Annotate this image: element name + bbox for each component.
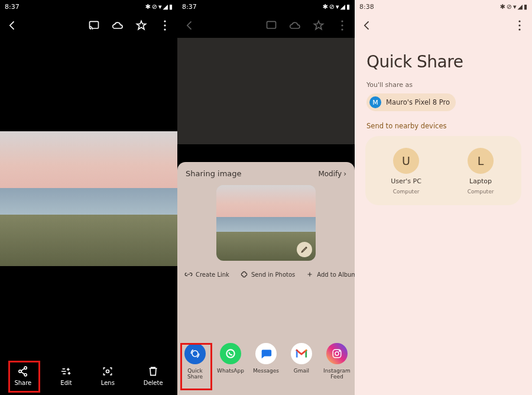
share-preview[interactable] (216, 185, 316, 261)
status-time: 8:37 (5, 3, 20, 11)
cloud-upload-icon[interactable] (111, 19, 124, 32)
wifi-icon: ▾ (336, 3, 339, 11)
photo-viewer[interactable] (0, 131, 177, 266)
cast-icon (265, 19, 278, 32)
battery-icon: ▮ (346, 3, 350, 11)
status-right-icons: ✱ ⊘ ▾ ◢ ▮ (500, 3, 528, 11)
whatsapp-app[interactable]: WhatsApp (216, 343, 245, 374)
modify-button[interactable]: Modify › (318, 170, 346, 178)
svg-rect-8 (267, 21, 276, 28)
svg-point-9 (341, 20, 343, 22)
status-right-icons: ✱ ⊘ ▾ ◢ ▮ (145, 3, 173, 11)
svg-point-19 (518, 24, 520, 26)
svg-point-18 (518, 20, 520, 22)
sheet-header: Sharing image Modify › (177, 162, 355, 182)
screenshot-panel-3: 8:38 ✱ ⊘ ▾ ◢ ▮ Quick Share You'll share … (355, 0, 532, 395)
wifi-icon: ▾ (158, 3, 162, 11)
lens-button[interactable]: Lens (101, 365, 115, 386)
nearby-devices-card: U User's PC Computer L Laptop Computer (365, 136, 521, 205)
instagram-icon (326, 343, 348, 364)
messages-icon (255, 343, 277, 364)
device-name: User's PC (391, 177, 421, 185)
gmail-icon (291, 343, 312, 364)
more-icon[interactable] (513, 19, 526, 32)
wifi-icon: ▾ (513, 3, 517, 11)
messages-label: Messages (253, 368, 279, 374)
status-right-icons: ✱ ⊘ ▾ ◢ ▮ (323, 3, 351, 11)
device-name: Laptop (469, 177, 492, 185)
instagram-label: Instagram Feed (322, 368, 352, 380)
sheet-title: Sharing image (186, 169, 242, 178)
svg-point-16 (335, 352, 339, 355)
whatsapp-label: WhatsApp (217, 368, 244, 374)
status-time: 8:37 (182, 3, 197, 11)
svg-point-7 (106, 370, 109, 373)
status-bar: 8:37 ✱ ⊘ ▾ ◢ ▮ (0, 0, 177, 13)
svg-point-3 (164, 28, 166, 30)
back-icon[interactable] (361, 19, 374, 32)
add-to-album-label: Add to Album (317, 271, 355, 278)
share-as-label: You'll share as (355, 77, 532, 93)
edit-button[interactable]: Edit (60, 365, 72, 386)
send-in-photos-chip[interactable]: Send in Photos (240, 270, 295, 279)
status-bar: 8:38 ✱ ⊘ ▾ ◢ ▮ (355, 0, 532, 13)
device-avatar: U (393, 148, 419, 174)
chevron-right-icon: › (343, 170, 346, 178)
svg-point-1 (164, 20, 166, 22)
send-in-photos-label: Send in Photos (251, 271, 295, 278)
avatar: M (369, 96, 381, 108)
dnd-icon: ⊘ (329, 3, 335, 11)
delete-label: Delete (144, 380, 163, 386)
gmail-app[interactable]: Gmail (287, 343, 316, 374)
bluetooth-icon: ✱ (323, 3, 328, 11)
battery-icon: ▮ (524, 3, 527, 11)
battery-icon: ▮ (169, 3, 173, 11)
cast-icon[interactable] (87, 19, 100, 32)
create-link-label: Create Link (196, 271, 229, 278)
app-bar (355, 13, 532, 38)
messages-app[interactable]: Messages (251, 343, 281, 374)
device-type: Computer (393, 189, 420, 195)
share-as-pill[interactable]: M Mauro's Pixel 8 Pro (366, 93, 456, 111)
delete-button[interactable]: Delete (144, 365, 163, 386)
back-icon[interactable] (6, 19, 19, 32)
highlight-quick-share (180, 343, 212, 390)
instagram-app[interactable]: Instagram Feed (322, 343, 352, 380)
lens-label: Lens (101, 380, 115, 386)
share-as-name: Mauro's Pixel 8 Pro (386, 98, 450, 106)
star-icon (312, 19, 325, 32)
device-avatar: L (468, 148, 494, 174)
share-actions-row: Create Link Send in Photos Add to Album … (177, 261, 355, 279)
star-icon[interactable] (135, 19, 148, 32)
cloud-upload-icon (288, 19, 301, 32)
svg-point-20 (518, 28, 520, 30)
gmail-label: Gmail (294, 368, 309, 374)
svg-point-2 (164, 24, 166, 26)
device-type: Computer (468, 189, 494, 195)
modify-label: Modify (318, 170, 342, 178)
beach-photo (0, 131, 177, 266)
signal-icon: ◢ (517, 3, 522, 11)
signal-icon: ◢ (163, 3, 167, 11)
nearby-section-title: Send to nearby devices (355, 111, 532, 136)
device-users-pc[interactable]: U User's PC Computer (374, 148, 439, 195)
screenshot-panel-1: 8:37 ✱ ⊘ ▾ ◢ ▮ (0, 0, 177, 395)
screenshot-panel-2: 8:37 ✱ ⊘ ▾ ◢ ▮ Sharing image Modify › (177, 0, 355, 395)
dnd-icon: ⊘ (152, 3, 157, 11)
signal-icon: ◢ (340, 3, 345, 11)
more-icon[interactable] (158, 19, 171, 32)
add-to-album-chip[interactable]: Add to Album (306, 270, 355, 279)
app-bar-dimmed (177, 13, 355, 38)
bluetooth-icon: ✱ (500, 3, 505, 11)
create-link-chip[interactable]: Create Link (184, 270, 229, 279)
svg-point-11 (341, 28, 343, 30)
svg-point-17 (339, 351, 340, 352)
edit-label: Edit (60, 380, 72, 386)
edit-fab[interactable] (297, 242, 312, 257)
svg-point-14 (226, 349, 234, 357)
more-icon (336, 19, 349, 32)
whatsapp-icon (220, 343, 241, 364)
device-laptop[interactable]: L Laptop Computer (448, 148, 513, 195)
back-icon (183, 19, 196, 32)
page-title: Quick Share (355, 38, 532, 77)
